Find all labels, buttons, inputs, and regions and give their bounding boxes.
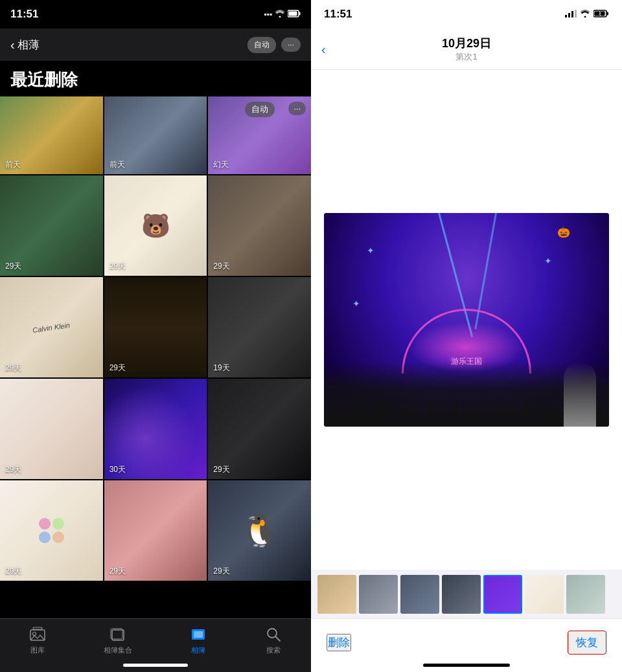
- days-label: 29天: [213, 566, 229, 577]
- days-label: 29天: [109, 261, 126, 272]
- tab-library-label: 图库: [30, 645, 45, 655]
- right-status-icons: [565, 10, 609, 19]
- grid-cell[interactable]: 29天: [0, 175, 103, 276]
- thumbnail-5-selected[interactable]: [483, 575, 522, 614]
- grid-cell[interactable]: 前天: [0, 96, 103, 174]
- right-panel: 11:51: [311, 0, 622, 672]
- back-button[interactable]: ‹ 相薄: [10, 38, 40, 52]
- crowd-person: [381, 403, 386, 423]
- crowd-person: [428, 407, 433, 423]
- grid-row-0: 前天 前天 自动 ··· 幻天: [0, 96, 311, 174]
- signal-icon: ▪▪▪: [264, 10, 272, 19]
- svg-rect-10: [194, 631, 203, 638]
- wifi-icon: [275, 10, 285, 19]
- svg-point-4: [33, 633, 36, 636]
- grid-cell[interactable]: 29天: [208, 175, 311, 276]
- photo-grid[interactable]: 前天 前天 自动 ··· 幻天 29天 🐻 29天 29天: [0, 96, 311, 618]
- grid-cell[interactable]: 自动 ··· 幻天: [208, 96, 311, 174]
- left-header: ‹ 相薄 自动 ···: [0, 28, 311, 61]
- svg-rect-5: [33, 627, 42, 629]
- right-battery-icon: [593, 10, 609, 19]
- days-label: 29天: [5, 363, 21, 374]
- select-badge[interactable]: 自动: [248, 37, 276, 53]
- days-label: 29天: [5, 464, 21, 475]
- spectator-right: [564, 362, 596, 427]
- thumbnail-1[interactable]: [317, 575, 356, 614]
- grid-cell[interactable]: 29天: [208, 379, 311, 479]
- svg-rect-1: [299, 12, 301, 15]
- right-header-date: 10月29日: [442, 36, 491, 51]
- delete-button[interactable]: 删除: [327, 634, 351, 651]
- left-time: 11:51: [10, 8, 38, 21]
- left-status-bar: 11:51 ▪▪▪: [0, 0, 311, 28]
- crowd-person: [500, 408, 505, 423]
- more-badge[interactable]: ···: [281, 38, 301, 52]
- thumbnail-strip[interactable]: [311, 570, 622, 618]
- tab-albums-collection-label: 相簿集合: [104, 645, 132, 655]
- recently-deleted-text: 最近删除: [10, 70, 78, 89]
- tab-albums[interactable]: 相簿: [189, 625, 207, 655]
- left-status-icons: ▪▪▪: [264, 10, 301, 19]
- thumbnail-3[interactable]: [400, 575, 439, 614]
- concert-scene: ✦ ✦ ✦ 🎃 游乐王国: [324, 213, 609, 427]
- days-label: 29天: [213, 464, 229, 475]
- tab-search[interactable]: 搜索: [264, 625, 282, 655]
- tab-bar: 图库 相簿集合 相簿: [0, 618, 311, 672]
- crowd-person: [404, 410, 409, 423]
- grid-cell[interactable]: 🐻 29天: [104, 175, 207, 276]
- days-label: 30天: [109, 464, 126, 475]
- right-time: 11:51: [324, 8, 352, 21]
- grid-cell[interactable]: 29天: [0, 379, 103, 479]
- crowd-person: [357, 409, 362, 423]
- grid-cell-stickers[interactable]: 29天: [0, 480, 103, 581]
- grid-cell[interactable]: 19天: [208, 277, 311, 377]
- tab-albums-collection[interactable]: 相簿集合: [104, 625, 132, 655]
- albums-collection-icon: [109, 625, 127, 644]
- library-icon: [29, 625, 47, 644]
- crowd-person: [476, 412, 481, 423]
- svg-rect-13: [565, 15, 567, 17]
- album-back-label: 相薄: [17, 38, 40, 52]
- pumpkin-decoration: 🎃: [557, 226, 570, 238]
- grid-cell-penguin[interactable]: 🐧 29天: [208, 480, 311, 581]
- crowd-person: [333, 405, 338, 423]
- main-image-area[interactable]: ✦ ✦ ✦ 🎃 游乐王国: [311, 70, 622, 570]
- right-header-count: 第次1: [455, 51, 477, 63]
- thumbnail-6[interactable]: [525, 575, 564, 614]
- main-concert-image: ✦ ✦ ✦ 🎃 游乐王国: [324, 213, 609, 427]
- deco-star-1: ✦: [367, 245, 374, 256]
- crowd-person: [524, 405, 529, 423]
- thumbnail-7[interactable]: [566, 575, 605, 614]
- tab-search-label: 搜索: [266, 645, 281, 655]
- thumbnail-2[interactable]: [359, 575, 398, 614]
- bottom-actions: 删除 恢复: [311, 618, 622, 672]
- grid-row-3: 29天 30天 29天: [0, 379, 311, 479]
- left-panel: 11:51 ▪▪▪ ‹ 相薄: [0, 0, 311, 672]
- days-label: 29天: [5, 566, 21, 577]
- right-signal-icon: [565, 10, 577, 19]
- grid-cell[interactable]: 30天: [104, 379, 207, 479]
- grid-cell[interactable]: 29天: [104, 480, 207, 581]
- deco-star-2: ✦: [544, 256, 552, 266]
- albums-icon: [189, 625, 207, 644]
- svg-rect-18: [607, 12, 609, 15]
- svg-rect-14: [568, 13, 570, 17]
- days-label: 29天: [5, 261, 21, 272]
- grid-row-2: Calvin Klein 29天 29天 19天: [0, 277, 311, 377]
- grid-cell[interactable]: 前天: [104, 96, 207, 174]
- right-header: ‹ 10月29日 第次1: [311, 28, 622, 70]
- svg-line-12: [275, 636, 280, 641]
- days-label: 前天: [5, 159, 21, 170]
- grid-row-1: 29天 🐻 29天 29天: [0, 175, 311, 276]
- home-indicator: [423, 664, 510, 667]
- crowd-person: [452, 404, 457, 423]
- right-back-button[interactable]: ‹: [321, 41, 326, 56]
- grid-cell[interactable]: 29天: [104, 277, 207, 377]
- grid-cell-calvin-klein[interactable]: Calvin Klein 29天: [0, 277, 103, 377]
- svg-rect-15: [571, 11, 573, 17]
- svg-rect-2: [289, 11, 297, 16]
- thumbnail-4[interactable]: [442, 575, 481, 614]
- days-label: 29天: [213, 261, 229, 272]
- tab-library[interactable]: 图库: [29, 625, 47, 655]
- recover-button[interactable]: 恢复: [568, 631, 606, 655]
